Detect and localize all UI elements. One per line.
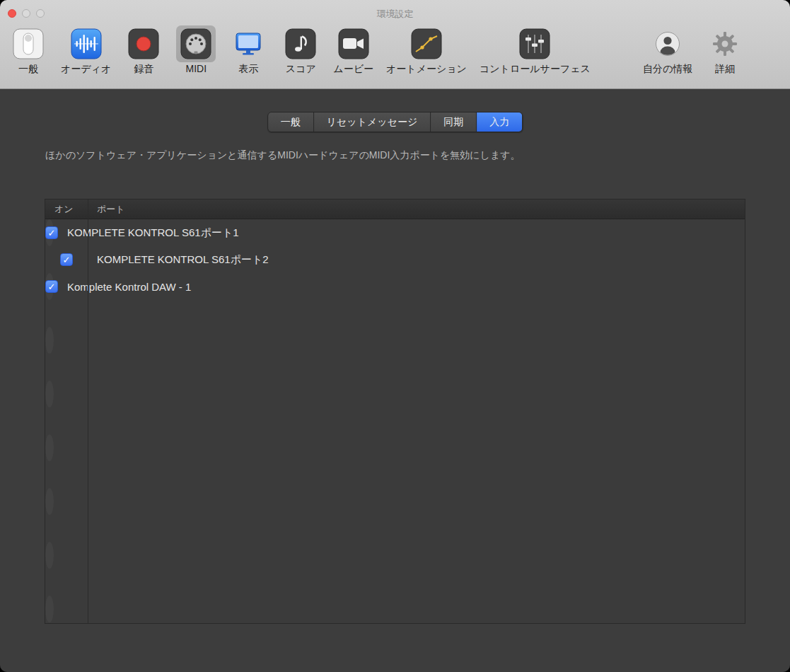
toolbar-item-display[interactable]: 表示 (228, 25, 268, 76)
advanced-icon (705, 25, 745, 62)
toolbar-item-audio[interactable]: オーディオ (61, 25, 111, 76)
score-icon (281, 25, 320, 62)
checkbox-cell: ✓ (45, 280, 58, 293)
empty-row (45, 461, 745, 488)
toolbar-item-label: 表示 (238, 63, 258, 76)
toolbar-item-label: MIDI (186, 63, 207, 74)
column-header-port: ポート (88, 203, 125, 216)
toolbar-item-midi[interactable]: MIDI (176, 25, 216, 74)
general-icon (8, 25, 48, 62)
empty-row (45, 488, 54, 515)
port-name: KOMPLETE KONTROL S61ポート1 (58, 226, 239, 240)
empty-row (45, 542, 54, 569)
toolbar: 一般オーディオ録音MIDI表示スコアムービーオートメーションコントロールサーフェ… (8, 25, 790, 88)
toolbar-item-label: スコア (286, 63, 316, 76)
toolbar-item-my-info[interactable]: 自分の情報 (643, 25, 692, 76)
tab-input[interactable]: 入力 (477, 112, 522, 132)
column-separator (88, 199, 88, 623)
content-area: 一般リセットメッセージ同期入力 ほかのソフトウェア・アプリケーションと通信するM… (0, 89, 790, 672)
toolbar-item-score[interactable]: スコア (281, 25, 320, 76)
empty-row (45, 354, 745, 381)
checkbox-cell: ✓ (45, 253, 88, 266)
midi-input-ports-table: オンポート ✓KOMPLETE KONTROL S61ポート1✓KOMPLETE… (45, 199, 745, 624)
toolbar-item-label: ムービー (333, 63, 373, 76)
record-icon (124, 25, 163, 62)
empty-row (45, 515, 745, 542)
display-icon (228, 25, 268, 62)
column-header-on: オン (45, 203, 88, 216)
toolbar-item-label: コントロールサーフェス (480, 63, 591, 76)
titlebar-toolbar: 環境設定 一般オーディオ録音MIDI表示スコアムービーオートメーションコントロー… (0, 0, 790, 89)
toolbar-item-label: オートメーション (386, 63, 467, 76)
port-checkbox[interactable]: ✓ (60, 253, 73, 266)
tab-general[interactable]: 一般 (268, 112, 314, 132)
tab-bar: 一般リセットメッセージ同期入力 (267, 112, 523, 132)
empty-row (45, 407, 745, 434)
toolbar-item-recording[interactable]: 録音 (124, 25, 163, 76)
toolbar-item-general[interactable]: 一般 (8, 25, 48, 76)
tab-reset-messages[interactable]: リセットメッセージ (314, 112, 431, 132)
port-checkbox[interactable]: ✓ (45, 226, 58, 239)
port-name: KOMPLETE KONTROL S61ポート2 (88, 253, 269, 267)
table-row[interactable]: ✓Komplete Kontrol DAW - 1 (45, 273, 54, 300)
toolbar-item-advanced[interactable]: 詳細 (705, 25, 745, 76)
port-checkbox[interactable]: ✓ (45, 280, 58, 293)
toolbar-item-control-surfaces[interactable]: コントロールサーフェス (480, 25, 591, 76)
preferences-window: 環境設定 一般オーディオ録音MIDI表示スコアムービーオートメーションコントロー… (0, 0, 790, 672)
toolbar-item-label: 録音 (134, 63, 153, 76)
table-row[interactable]: ✓KOMPLETE KONTROL S61ポート1 (45, 219, 54, 246)
table-body: ✓KOMPLETE KONTROL S61ポート1✓KOMPLETE KONTR… (45, 219, 745, 624)
empty-row (45, 622, 745, 624)
toolbar-item-label: 自分の情報 (643, 63, 692, 76)
window-title: 環境設定 (0, 8, 790, 21)
empty-row (45, 596, 54, 622)
toolbar-item-label: 詳細 (715, 63, 735, 76)
audio-icon (66, 25, 106, 62)
table-header: オンポート (45, 199, 745, 219)
toolbar-item-label: 一般 (18, 63, 38, 76)
control-surfaces-icon (515, 25, 554, 62)
table-row[interactable]: ✓KOMPLETE KONTROL S61ポート2 (45, 246, 745, 273)
port-name: Komplete Kontrol DAW - 1 (58, 281, 191, 293)
description-text: ほかのソフトウェア・アプリケーションと通信するMIDIハードウェアのMIDI入力… (45, 149, 521, 162)
toolbar-item-automation[interactable]: オートメーション (386, 25, 467, 76)
empty-row (45, 327, 54, 354)
empty-row (45, 300, 745, 327)
movie-icon (334, 25, 373, 62)
checkbox-cell: ✓ (45, 226, 58, 239)
tab-sync[interactable]: 同期 (431, 112, 477, 132)
midi-icon (176, 25, 216, 62)
toolbar-item-movie[interactable]: ムービー (333, 25, 373, 76)
my-info-icon (648, 25, 687, 62)
toolbar-item-label: オーディオ (61, 63, 111, 76)
empty-row (45, 381, 54, 407)
empty-row (45, 569, 745, 596)
empty-row (45, 434, 54, 461)
automation-icon (407, 25, 446, 62)
